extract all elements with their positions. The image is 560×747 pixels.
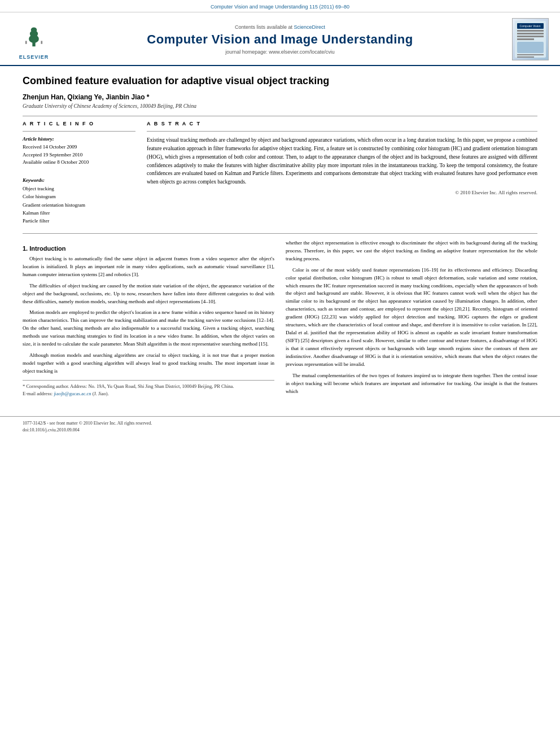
keywords-label: Keywords: <box>23 177 135 183</box>
journal-thumbnail: Computer Vision <box>512 18 549 60</box>
intro-p2: The difficulties of object tracking are … <box>23 282 274 306</box>
email-link[interactable]: jiaojb@gucas.ac.cn <box>54 391 91 396</box>
svg-text:Computer Vision: Computer Vision <box>520 24 541 28</box>
svg-rect-4 <box>25 41 27 43</box>
svg-rect-12 <box>517 38 534 40</box>
history-label: Article history: <box>23 136 135 142</box>
elsevier-logo-container: ELSEVIER <box>11 19 56 60</box>
main-content: Combined feature evaluation for adaptive… <box>0 66 560 410</box>
divider-1 <box>23 116 537 116</box>
svg-rect-11 <box>517 36 544 37</box>
abstract-text: Existing visual tracking methods are cha… <box>147 136 537 186</box>
body-right-p3: The mutual complementarities of the two … <box>286 372 537 396</box>
footnote-divider <box>23 380 274 381</box>
intro-p1: Object tracking is to automatically find… <box>23 255 274 279</box>
homepage-line: journal homepage: www.elsevier.com/locat… <box>62 49 498 55</box>
body-col-right: whether the object representation is eff… <box>286 239 537 399</box>
elsevier-text: ELSEVIER <box>19 54 49 60</box>
available-date: Available online 8 October 2010 <box>23 159 135 167</box>
svg-rect-5 <box>41 41 42 43</box>
svg-rect-14 <box>517 54 544 55</box>
received-date: Received 14 October 2009 <box>23 143 135 151</box>
sciencedirect-link[interactable]: ScienceDirect <box>294 24 326 30</box>
copyright-line: © 2010 Elsevier Inc. All rights reserved… <box>147 190 537 195</box>
authors: Zhenjun Han, Qixiang Ye, Jianbin Jiao * <box>23 93 537 101</box>
bottom-bar: 1077-3142/$ - see front matter © 2010 El… <box>0 416 560 437</box>
svg-rect-9 <box>517 30 544 32</box>
svg-rect-13 <box>517 42 544 53</box>
top-bar: Computer Vision and Image Understanding … <box>0 0 560 12</box>
history-dates: Received 14 October 2009 Accepted 19 Sep… <box>23 143 135 167</box>
sciencedirect-line: Contents lists available at ScienceDirec… <box>62 24 498 30</box>
svg-point-3 <box>31 27 37 32</box>
journal-header: ELSEVIER Contents lists available at Sci… <box>0 12 560 66</box>
doi-line: doi:10.1016/j.cviu.2010.09.004 <box>23 427 537 434</box>
keywords-list: Object tracking Color histogram Gradient… <box>23 185 135 225</box>
abstract-heading: A B S T R A C T <box>147 121 537 126</box>
journal-ref: Computer Vision and Image Understanding … <box>211 4 349 10</box>
intro-p4: Although motion models and searching alg… <box>23 352 274 375</box>
keyword-5: Particle filter <box>23 217 135 225</box>
body-right-p2: Color is one of the most widely used fea… <box>286 267 537 369</box>
keyword-2: Color histogram <box>23 193 135 200</box>
body-section: 1. Introduction Object tracking is to au… <box>23 239 537 399</box>
footnote-asterisk: * Corresponding author. Address: No. 19A… <box>23 383 274 390</box>
divider-abstract <box>147 131 537 132</box>
svg-rect-15 <box>517 56 534 58</box>
right-logo: Computer Vision <box>504 18 549 60</box>
divider-2 <box>23 233 537 234</box>
article-info-col: A R T I C L E I N F O Article history: R… <box>23 121 135 225</box>
abstract-col: A B S T R A C T Existing visual tracking… <box>147 121 537 225</box>
footnote-email: E-mail address: jiaojb@gucas.ac.cn (J. J… <box>23 390 274 397</box>
journal-title: Computer Vision and Image Understanding <box>62 32 498 47</box>
svg-rect-0 <box>32 42 35 46</box>
issn-line: 1077-3142/$ - see front matter © 2010 El… <box>23 420 537 427</box>
elsevier-logo <box>14 19 54 53</box>
svg-rect-10 <box>517 33 544 34</box>
accepted-date: Accepted 19 September 2010 <box>23 151 135 159</box>
intro-p3: Motion models are employed to predict th… <box>23 309 274 348</box>
body-right-p1: whether the object representation is eff… <box>286 239 537 263</box>
keyword-4: Kalman filter <box>23 209 135 217</box>
keyword-1: Object tracking <box>23 185 135 193</box>
body-col-left: 1. Introduction Object tracking is to au… <box>23 239 274 399</box>
journal-center: Contents lists available at ScienceDirec… <box>56 24 504 55</box>
keyword-3: Gradient orientation histogram <box>23 201 135 209</box>
article-title: Combined feature evaluation for adaptive… <box>23 75 537 88</box>
affiliation: Graduate University of Chinese Academy o… <box>23 103 537 109</box>
article-info-heading: A R T I C L E I N F O <box>23 121 135 126</box>
divider-info <box>23 131 135 132</box>
info-abstract-section: A R T I C L E I N F O Article history: R… <box>23 121 537 225</box>
intro-section-title: 1. Introduction <box>23 245 274 252</box>
